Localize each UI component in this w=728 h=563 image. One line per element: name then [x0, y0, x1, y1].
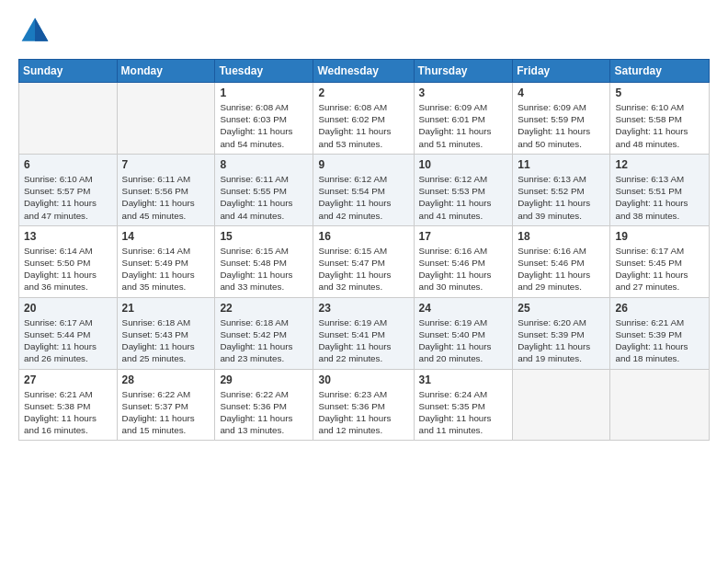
calendar-week-row: 1Sunrise: 6:08 AMSunset: 6:03 PMDaylight… [19, 83, 710, 155]
day-info: Sunrise: 6:19 AMSunset: 5:41 PMDaylight:… [318, 316, 408, 365]
weekday-header-monday: Monday [117, 60, 215, 83]
calendar-cell: 19Sunrise: 6:17 AMSunset: 5:45 PMDayligh… [610, 225, 710, 297]
day-number: 29 [220, 373, 308, 386]
weekday-header-sunday: Sunday [19, 60, 118, 83]
calendar-cell: 24Sunrise: 6:19 AMSunset: 5:40 PMDayligh… [414, 297, 513, 369]
calendar-cell: 29Sunrise: 6:22 AMSunset: 5:36 PMDayligh… [215, 369, 313, 441]
day-number: 4 [518, 86, 605, 99]
calendar-cell: 14Sunrise: 6:14 AMSunset: 5:49 PMDayligh… [117, 225, 215, 297]
calendar-cell: 10Sunrise: 6:12 AMSunset: 5:53 PMDayligh… [414, 154, 513, 225]
logo [18, 15, 57, 48]
weekday-header-wednesday: Wednesday [313, 60, 414, 83]
calendar-cell: 12Sunrise: 6:13 AMSunset: 5:51 PMDayligh… [610, 154, 710, 225]
calendar-cell: 22Sunrise: 6:18 AMSunset: 5:42 PMDayligh… [215, 297, 313, 369]
day-info: Sunrise: 6:19 AMSunset: 5:40 PMDaylight:… [419, 316, 508, 365]
day-number: 19 [615, 230, 704, 243]
calendar-cell [19, 83, 118, 155]
calendar-cell: 8Sunrise: 6:11 AMSunset: 5:55 PMDaylight… [215, 154, 313, 225]
day-info: Sunrise: 6:21 AMSunset: 5:38 PMDaylight:… [24, 388, 112, 437]
calendar-cell: 13Sunrise: 6:14 AMSunset: 5:50 PMDayligh… [19, 225, 118, 297]
calendar-cell: 1Sunrise: 6:08 AMSunset: 6:03 PMDaylight… [215, 83, 313, 155]
page: SundayMondayTuesdayWednesdayThursdayFrid… [0, 0, 728, 563]
day-number: 12 [615, 158, 704, 171]
calendar-table: SundayMondayTuesdayWednesdayThursdayFrid… [18, 59, 710, 441]
day-number: 17 [419, 230, 508, 243]
day-number: 22 [220, 302, 308, 315]
day-number: 2 [318, 86, 408, 99]
day-number: 28 [122, 373, 210, 386]
day-info: Sunrise: 6:11 AMSunset: 5:56 PMDaylight:… [122, 173, 210, 222]
calendar-week-row: 13Sunrise: 6:14 AMSunset: 5:50 PMDayligh… [19, 225, 710, 297]
calendar-cell: 15Sunrise: 6:15 AMSunset: 5:48 PMDayligh… [215, 225, 313, 297]
day-number: 23 [318, 302, 408, 315]
logo-icon [18, 15, 51, 48]
day-number: 26 [615, 302, 704, 315]
day-info: Sunrise: 6:09 AMSunset: 5:59 PMDaylight:… [518, 101, 605, 150]
calendar-cell: 3Sunrise: 6:09 AMSunset: 6:01 PMDaylight… [414, 83, 513, 155]
day-number: 24 [419, 302, 508, 315]
day-info: Sunrise: 6:20 AMSunset: 5:39 PMDaylight:… [518, 316, 605, 365]
weekday-header-row: SundayMondayTuesdayWednesdayThursdayFrid… [19, 60, 710, 83]
header [18, 15, 710, 48]
day-number: 18 [518, 230, 605, 243]
weekday-header-tuesday: Tuesday [215, 60, 313, 83]
day-info: Sunrise: 6:09 AMSunset: 6:01 PMDaylight:… [419, 101, 508, 150]
day-info: Sunrise: 6:16 AMSunset: 5:46 PMDaylight:… [518, 245, 605, 293]
day-info: Sunrise: 6:14 AMSunset: 5:50 PMDaylight:… [24, 245, 112, 293]
day-info: Sunrise: 6:10 AMSunset: 5:58 PMDaylight:… [615, 101, 704, 150]
day-number: 9 [318, 158, 408, 171]
day-number: 21 [122, 302, 210, 315]
calendar-week-row: 27Sunrise: 6:21 AMSunset: 5:38 PMDayligh… [19, 369, 710, 441]
day-info: Sunrise: 6:17 AMSunset: 5:44 PMDaylight:… [24, 316, 112, 365]
calendar-cell: 26Sunrise: 6:21 AMSunset: 5:39 PMDayligh… [610, 297, 710, 369]
calendar-cell [513, 369, 610, 441]
calendar-cell: 21Sunrise: 6:18 AMSunset: 5:43 PMDayligh… [117, 297, 215, 369]
calendar-cell: 27Sunrise: 6:21 AMSunset: 5:38 PMDayligh… [19, 369, 118, 441]
day-number: 14 [122, 230, 210, 243]
day-info: Sunrise: 6:18 AMSunset: 5:42 PMDaylight:… [220, 316, 308, 365]
svg-marker-1 [35, 18, 48, 41]
calendar-cell: 25Sunrise: 6:20 AMSunset: 5:39 PMDayligh… [513, 297, 610, 369]
day-info: Sunrise: 6:18 AMSunset: 5:43 PMDaylight:… [122, 316, 210, 365]
day-info: Sunrise: 6:23 AMSunset: 5:36 PMDaylight:… [318, 388, 408, 437]
day-info: Sunrise: 6:15 AMSunset: 5:47 PMDaylight:… [318, 245, 408, 293]
calendar-cell: 17Sunrise: 6:16 AMSunset: 5:46 PMDayligh… [414, 225, 513, 297]
day-number: 20 [24, 302, 112, 315]
day-number: 6 [24, 158, 112, 171]
day-info: Sunrise: 6:14 AMSunset: 5:49 PMDaylight:… [122, 245, 210, 293]
calendar-cell: 11Sunrise: 6:13 AMSunset: 5:52 PMDayligh… [513, 154, 610, 225]
day-info: Sunrise: 6:15 AMSunset: 5:48 PMDaylight:… [220, 245, 308, 293]
calendar-cell: 16Sunrise: 6:15 AMSunset: 5:47 PMDayligh… [313, 225, 414, 297]
day-number: 27 [24, 373, 112, 386]
calendar-week-row: 20Sunrise: 6:17 AMSunset: 5:44 PMDayligh… [19, 297, 710, 369]
day-info: Sunrise: 6:13 AMSunset: 5:51 PMDaylight:… [615, 173, 704, 222]
day-number: 11 [518, 158, 605, 171]
calendar-cell: 7Sunrise: 6:11 AMSunset: 5:56 PMDaylight… [117, 154, 215, 225]
calendar-cell [610, 369, 710, 441]
calendar-cell: 2Sunrise: 6:08 AMSunset: 6:02 PMDaylight… [313, 83, 414, 155]
calendar-cell: 5Sunrise: 6:10 AMSunset: 5:58 PMDaylight… [610, 83, 710, 155]
calendar-cell: 20Sunrise: 6:17 AMSunset: 5:44 PMDayligh… [19, 297, 118, 369]
day-info: Sunrise: 6:10 AMSunset: 5:57 PMDaylight:… [24, 173, 112, 222]
day-info: Sunrise: 6:21 AMSunset: 5:39 PMDaylight:… [615, 316, 704, 365]
calendar-cell: 28Sunrise: 6:22 AMSunset: 5:37 PMDayligh… [117, 369, 215, 441]
day-info: Sunrise: 6:12 AMSunset: 5:54 PMDaylight:… [318, 173, 408, 222]
day-info: Sunrise: 6:12 AMSunset: 5:53 PMDaylight:… [419, 173, 508, 222]
day-info: Sunrise: 6:08 AMSunset: 6:02 PMDaylight:… [318, 101, 408, 150]
calendar-cell: 9Sunrise: 6:12 AMSunset: 5:54 PMDaylight… [313, 154, 414, 225]
day-number: 10 [419, 158, 508, 171]
day-info: Sunrise: 6:24 AMSunset: 5:35 PMDaylight:… [419, 388, 508, 437]
day-info: Sunrise: 6:13 AMSunset: 5:52 PMDaylight:… [518, 173, 605, 222]
day-number: 1 [220, 86, 308, 99]
day-number: 3 [419, 86, 508, 99]
calendar-cell: 6Sunrise: 6:10 AMSunset: 5:57 PMDaylight… [19, 154, 118, 225]
day-number: 13 [24, 230, 112, 243]
day-number: 8 [220, 158, 308, 171]
calendar-cell: 23Sunrise: 6:19 AMSunset: 5:41 PMDayligh… [313, 297, 414, 369]
weekday-header-thursday: Thursday [414, 60, 513, 83]
calendar-cell [117, 83, 215, 155]
calendar-cell: 31Sunrise: 6:24 AMSunset: 5:35 PMDayligh… [414, 369, 513, 441]
day-info: Sunrise: 6:11 AMSunset: 5:55 PMDaylight:… [220, 173, 308, 222]
day-info: Sunrise: 6:08 AMSunset: 6:03 PMDaylight:… [220, 101, 308, 150]
calendar-week-row: 6Sunrise: 6:10 AMSunset: 5:57 PMDaylight… [19, 154, 710, 225]
